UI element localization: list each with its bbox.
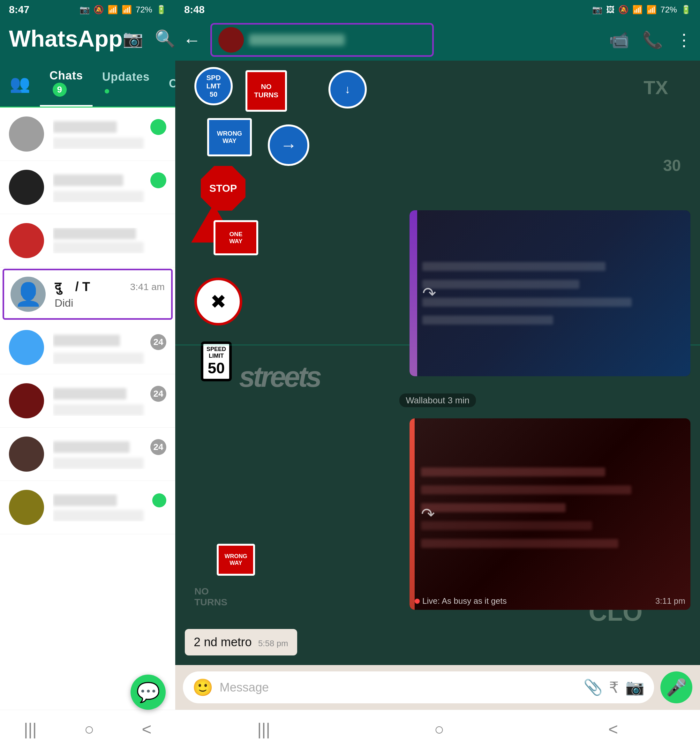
list-item[interactable]: 24 <box>0 427 175 481</box>
chat-content: 24 <box>53 439 166 469</box>
purple-bar <box>409 210 417 376</box>
media-bubble-2[interactable]: ↷ Live: As busy as it gets 3:11 pm <box>409 418 691 610</box>
mic-button[interactable]: 🎤 <box>660 671 692 703</box>
avatar <box>9 330 44 365</box>
live-dot <box>415 599 420 604</box>
message-placeholder[interactable]: Message <box>220 681 577 695</box>
tabs-bar: 👥 Chats 9 Updates Calls <box>0 61 175 108</box>
unread-badge <box>150 119 166 135</box>
forward-icon-1[interactable]: ↷ <box>422 284 436 303</box>
nav-recent-apps-r[interactable]: ||| <box>257 720 270 739</box>
right-panel: 8:48 📷 🖼 🔕 📶 📶 72% 🔋 ← 📹 📞 ⋮ SP <box>175 0 700 748</box>
unread-badge <box>150 172 166 188</box>
camera-status-icon-r: 📷 <box>592 5 602 15</box>
contact-info-box[interactable] <box>210 23 434 57</box>
chats-badge: 9 <box>53 83 67 97</box>
camera-header-icon[interactable]: 📷 <box>123 29 143 49</box>
nav-home-r[interactable]: ○ <box>434 720 444 739</box>
chat-content <box>53 493 166 521</box>
emoji-icon[interactable]: 🙂 <box>192 678 213 697</box>
media-bubble-1[interactable]: ↷ <box>409 210 691 376</box>
list-item[interactable]: 24 <box>0 321 175 374</box>
chat-preview-blurred <box>53 353 144 364</box>
list-item[interactable] <box>0 161 175 214</box>
mic-icon: 🎤 <box>666 678 687 697</box>
blurred-row-7 <box>421 503 566 512</box>
chat-name-blurred <box>53 121 117 133</box>
camera-status-icon: 📷 <box>79 5 90 15</box>
contact-name-blurred <box>249 34 345 46</box>
video-call-icon[interactable]: 📹 <box>609 30 630 50</box>
status-icons-right: 📷 🖼 🔕 📶 📶 72% 🔋 <box>592 5 691 15</box>
time-separator: Wallabout 3 min <box>399 394 476 407</box>
chat-name-blurred <box>53 495 117 506</box>
chat-content <box>53 172 166 202</box>
forward-icon-2[interactable]: ↷ <box>421 505 435 524</box>
chat-content-didi: दु / T 3:41 am Didi <box>55 280 165 309</box>
attachment-icon[interactable]: 📎 <box>583 678 603 696</box>
chat-preview-blurred <box>53 404 144 416</box>
blurred-row-6 <box>421 485 632 494</box>
media-inner-content <box>409 253 691 333</box>
avatar <box>9 436 44 472</box>
chat-content: 24 <box>53 386 166 416</box>
header-action-icons: 📹 📞 ⋮ <box>609 30 692 50</box>
blurred-row-8 <box>421 521 592 530</box>
blurred-row-2 <box>422 280 579 289</box>
media-timestamp: 3:11 pm <box>655 596 685 606</box>
nav-back[interactable]: < <box>142 720 151 739</box>
chat-header: ← 📹 📞 ⋮ <box>175 19 700 61</box>
list-item[interactable] <box>0 481 175 534</box>
tab-updates[interactable]: Updates <box>93 62 159 105</box>
left-panel: 8:47 📷 🔕 📶 📶 72% 🔋 WhatsApp 📷 🔍 ⋮ 👥 Chat… <box>0 0 175 748</box>
chat-preview-didi: Didi <box>55 297 165 309</box>
media-content-1: ↷ <box>409 210 691 376</box>
phone-icon[interactable]: 📞 <box>642 30 663 50</box>
battery-right: 72% <box>660 5 677 15</box>
bottom-nav-left: ||| ○ < <box>0 710 175 748</box>
chat-background: SPDLMT50 NOTURNS ↓ WRONGWAY → STOP ONEWA… <box>175 61 700 665</box>
photo-icon-r: 🖼 <box>606 5 615 15</box>
rupee-icon[interactable]: ₹ <box>609 678 619 696</box>
text-message-bubble[interactable]: 2 nd metro 5:58 pm <box>185 629 297 655</box>
chat-name-hindi: दु / T <box>55 280 100 294</box>
text-message-time: 5:58 pm <box>258 639 288 648</box>
back-button[interactable]: ← <box>183 30 201 50</box>
search-icon[interactable]: 🔍 <box>155 29 175 49</box>
chat-time-didi: 3:41 am <box>130 281 165 292</box>
unread-badge: 24 <box>150 439 166 455</box>
avatar <box>9 490 44 525</box>
chat-preview-blurred <box>53 458 144 469</box>
blurred-row-9 <box>421 539 618 548</box>
person-icon: 👤 <box>14 281 42 307</box>
nav-recent-apps[interactable]: ||| <box>24 720 37 739</box>
blurred-row-3 <box>422 298 632 307</box>
list-item[interactable]: 24 <box>0 374 175 427</box>
chat-preview-blurred <box>53 138 144 149</box>
text-message-container: 2 nd metro 5:58 pm <box>185 629 691 659</box>
battery-left: 72% <box>135 5 152 15</box>
status-icons-left: 📷 🔕 📶 📶 72% 🔋 <box>79 5 166 15</box>
list-item[interactable] <box>0 214 175 268</box>
list-item-didi[interactable]: 👤 दु / T 3:41 am Didi <box>3 269 173 320</box>
tab-chats[interactable]: Chats 9 <box>40 61 93 106</box>
unread-badge: 24 <box>150 334 166 350</box>
nav-back-r[interactable]: < <box>609 720 618 739</box>
chat-name-blurred <box>53 175 123 186</box>
chat-preview-blurred <box>53 510 144 521</box>
message-input-box[interactable]: 🙂 Message 📎 ₹ 📷 <box>183 671 654 703</box>
new-chat-fab[interactable]: 💬 <box>131 675 166 710</box>
nav-home[interactable]: ○ <box>84 720 94 739</box>
more-options-icon-r[interactable]: ⋮ <box>676 30 692 49</box>
signal-icon: 📶 <box>122 5 132 15</box>
mute-icon-r: 🔕 <box>618 5 628 15</box>
red-bar <box>409 418 415 610</box>
live-label: Live: As busy as it gets <box>415 596 507 606</box>
avatar <box>9 223 44 258</box>
whatsapp-header: WhatsApp 📷 🔍 ⋮ <box>0 19 175 61</box>
input-area: 🙂 Message 📎 ₹ 📷 🎤 <box>175 665 700 710</box>
status-bar-right: 8:48 📷 🖼 🔕 📶 📶 72% 🔋 <box>175 0 700 19</box>
camera-icon[interactable]: 📷 <box>625 678 644 696</box>
list-item[interactable] <box>0 108 175 161</box>
community-icon[interactable]: 👥 <box>6 68 33 100</box>
